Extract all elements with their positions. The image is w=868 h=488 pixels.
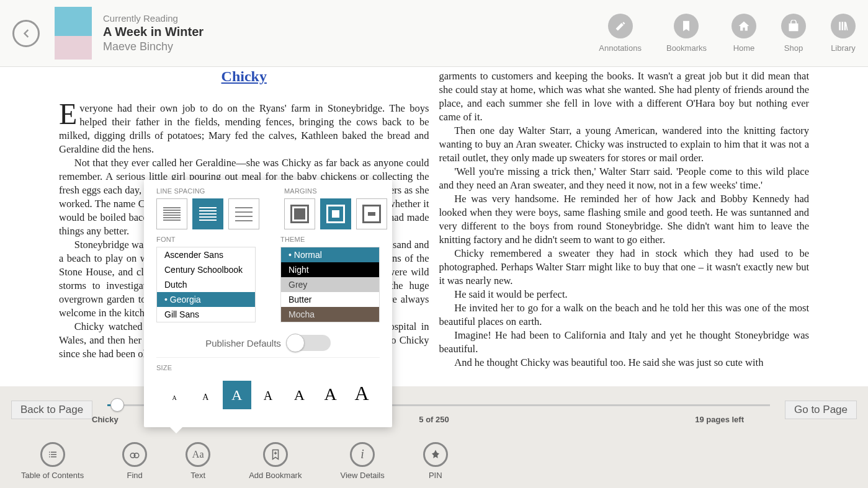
toolbar-label: PIN [429, 471, 442, 480]
chapter-title: Chicky [59, 69, 429, 83]
go-to-page-button[interactable]: Go to Page [785, 401, 857, 419]
line-spacing-tight[interactable] [156, 198, 187, 229]
bookmarks-button[interactable]: Bookmarks [666, 14, 707, 53]
right-page[interactable]: garments to customers and keeping the bo… [434, 67, 869, 386]
text-settings-popover: LINE SPACING MARGINS FONT Ascender Sans … [144, 180, 392, 427]
reading-area: Chicky Everyone had their own job to do … [0, 67, 868, 386]
nav-label: Annotations [599, 43, 642, 53]
paragraph: Then one day Walter Starr, a young Ameri… [439, 124, 810, 165]
shop-button[interactable]: Shop [781, 14, 806, 53]
publisher-defaults-toggle[interactable] [287, 335, 331, 351]
back-to-page-button[interactable]: Back to Page [11, 401, 92, 419]
theme-list[interactable]: Normal Night Grey Butter Mocha [280, 247, 380, 322]
theme-grey[interactable]: Grey [281, 277, 379, 292]
font-option-selected[interactable]: Georgia [157, 292, 255, 307]
home-button[interactable]: Home [732, 14, 756, 53]
view-details-button[interactable]: i View Details [340, 442, 384, 480]
page-count: 5 of 250 [419, 415, 449, 424]
margin-normal[interactable] [320, 198, 351, 229]
paragraph: He said it would be perfect. [439, 288, 810, 301]
paragraph: Imagine! He had been to California and I… [439, 329, 810, 356]
home-icon [732, 14, 756, 38]
publisher-defaults-label: Publisher Defaults [205, 338, 281, 348]
chapter-indicator: Chicky [92, 415, 119, 424]
header-actions: Annotations Bookmarks Home Shop Library [599, 14, 856, 53]
margins-label: MARGINS [284, 187, 387, 195]
info-icon: i [350, 442, 375, 467]
toolbar-label: Text [190, 471, 205, 480]
paragraph: Chicky remembered a sweater they had in … [439, 247, 810, 288]
book-title: A Week in Winter [103, 25, 204, 39]
paragraph: He invited her to go for a walk on the b… [439, 301, 810, 329]
theme-mocha[interactable]: Mocha [281, 307, 379, 322]
slider-thumb[interactable] [110, 398, 124, 412]
line-spacing-normal[interactable] [192, 198, 223, 229]
line-spacing-label: LINE SPACING [156, 187, 259, 195]
nav-label: Home [733, 43, 755, 53]
add-bookmark-button[interactable]: Add Bookmark [249, 442, 302, 480]
size-option-selected[interactable]: A [223, 381, 251, 409]
paragraph: He was very handsome. He reminded her of… [439, 192, 810, 247]
size-option[interactable]: A [254, 381, 282, 410]
paragraph: garments to customers and keeping the bo… [439, 69, 810, 124]
text-icon: Aa [186, 442, 210, 467]
text-settings-button[interactable]: Aa Text [186, 442, 210, 480]
library-icon [831, 14, 856, 38]
back-button[interactable] [12, 20, 40, 47]
paragraph: Everyone had their own job to do on the … [59, 102, 429, 156]
size-option[interactable]: A [160, 384, 189, 412]
nav-label: Bookmarks [666, 43, 707, 53]
library-button[interactable]: Library [831, 14, 856, 53]
header-bar: Currently Reading A Week in Winter Maeve… [0, 0, 868, 67]
paragraph: 'Well you're missing a trick then,' Walt… [439, 165, 810, 192]
nav-label: Shop [784, 43, 803, 53]
font-size-row: A A A A A A A [156, 375, 380, 412]
theme-night[interactable]: Night [281, 262, 379, 277]
size-option[interactable]: A [191, 383, 220, 412]
highlighter-icon [608, 14, 633, 38]
book-author: Maeve Binchy [103, 40, 204, 53]
bottom-toolbar: Table of Contents Find Aa Text Add Bookm… [0, 433, 868, 488]
bookmark-icon [674, 14, 699, 38]
margin-narrow[interactable] [284, 198, 315, 229]
margin-wide[interactable] [356, 198, 387, 229]
toolbar-label: View Details [340, 471, 384, 480]
font-label: FONT [156, 236, 256, 243]
font-list[interactable]: Ascender Sans Century Schoolbook Dutch G… [156, 247, 256, 322]
book-cover-thumbnail[interactable] [55, 7, 92, 60]
toolbar-label: Add Bookmark [249, 471, 302, 480]
theme-label: THEME [280, 236, 380, 243]
binoculars-icon [122, 442, 147, 467]
paragraph: And he thought Chicky was beautiful too.… [439, 356, 810, 370]
shopping-bag-icon [781, 14, 806, 38]
size-option[interactable]: A [285, 381, 313, 409]
font-option[interactable]: Ascender Sans [157, 247, 255, 262]
size-option[interactable]: A [316, 380, 345, 409]
reading-status: Currently Reading [103, 13, 204, 24]
font-option[interactable]: Dutch [157, 277, 255, 292]
book-meta: Currently Reading A Week in Winter Maeve… [103, 13, 204, 53]
pin-icon [423, 442, 448, 467]
nav-label: Library [831, 43, 856, 53]
toc-button[interactable]: Table of Contents [21, 442, 84, 480]
size-option[interactable]: A [347, 379, 376, 407]
font-option[interactable]: Century Schoolbook [157, 262, 255, 277]
progress-bar-row: Back to Page Go to Page Chicky 5 of 250 … [0, 386, 868, 433]
toolbar-label: Find [127, 471, 143, 480]
theme-butter[interactable]: Butter [281, 292, 379, 307]
annotations-button[interactable]: Annotations [599, 14, 642, 53]
size-label: SIZE [156, 364, 380, 371]
bookmark-add-icon [263, 442, 288, 467]
toolbar-label: Table of Contents [21, 471, 84, 480]
pin-button[interactable]: PIN [423, 442, 448, 480]
pages-left: 19 pages left [695, 415, 744, 424]
find-button[interactable]: Find [122, 442, 147, 480]
theme-normal[interactable]: Normal [281, 247, 379, 262]
publisher-defaults-row: Publisher Defaults [156, 329, 380, 358]
line-spacing-loose[interactable] [228, 198, 259, 229]
font-option[interactable]: Gill Sans [157, 307, 255, 322]
list-icon [40, 442, 65, 467]
